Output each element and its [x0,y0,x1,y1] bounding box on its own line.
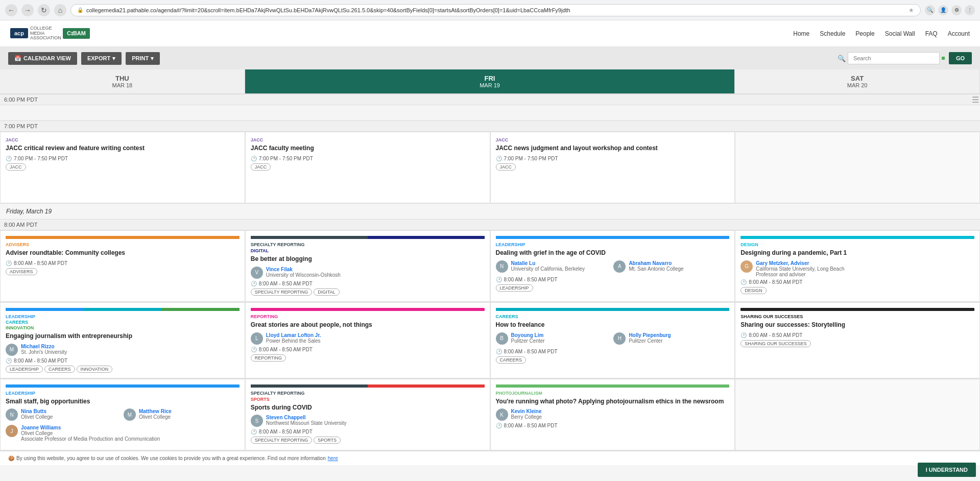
tag-jacc[interactable]: JACC [6,163,26,171]
session-designing-pandemic[interactable]: DESIGN Designing during a pandemic, Part… [735,230,980,302]
session-title: Be better at blogging [251,255,485,263]
speaker-name: Michael Rizzo [21,344,67,349]
speaker-avatar: H [613,332,626,345]
search-extension-icon: 🔍 [925,5,935,15]
tag-innovation[interactable]: INNOVATION [77,366,113,373]
speaker-name: Nina Butts [21,408,53,414]
speaker-org: St. John's University [21,349,67,355]
print-button[interactable]: PRINT ▾ [126,52,160,65]
session-time: 🕐 8:00 AM - 8:50 AM PDT [740,332,974,338]
scroll-icon[interactable]: ☰ [972,95,979,105]
tag-advisers[interactable]: ADVISERS [6,268,37,275]
chevron-down-icon: ▾ [151,55,154,62]
cookie-text: By using this website, you agree to our … [16,455,326,461]
nav-schedule[interactable]: Schedule [820,30,845,37]
speaker-avatar: G [740,260,753,273]
session-adviser-roundtable[interactable]: ADVISERS Adviser roundtable: Community c… [0,230,245,302]
session-time: 🕐 8:00 AM - 8:50 AM PDT [6,358,240,364]
nav-people[interactable]: People [855,30,874,37]
empty-slot [735,379,980,450]
forward-button[interactable]: → [21,4,34,16]
session-jacc-news-judgment[interactable]: JACC JACC news judgment and layout works… [490,132,735,203]
tag-sports[interactable]: SPORTS [314,437,341,444]
session-great-stories[interactable]: REPORTING Great stories are about people… [245,302,490,378]
speaker-name: Holly Piepenburg [629,332,671,338]
tag-jacc[interactable]: JACC [496,163,516,171]
clock-icon: 🕐 [6,358,12,364]
session-tags: SPECIALTY REPORTING DIGITAL [251,288,485,296]
category-bar-reporting [251,308,485,311]
menu-icon[interactable]: ⋮ [965,5,975,15]
session-be-better-blogging[interactable]: SPECIALTY REPORTING DIGITAL Be better at… [245,230,490,302]
tag-specialty[interactable]: SPECIALTY REPORTING [251,288,313,296]
tab-friday[interactable]: FRI MAR 19 [245,69,735,93]
session-tags: DESIGN [740,287,974,294]
session-jacc-faculty[interactable]: JACC JACC faculty meeting 🕐 7:00 PM - 7:… [245,132,490,203]
session-category-label: SHARING OUR SUCCESSES [740,314,974,319]
nav-account[interactable]: Account [948,30,970,37]
category-bar-specialty [251,384,368,388]
category-bar-sports [368,384,485,388]
clock-icon: 🕐 [251,281,257,286]
home-button[interactable]: ⌂ [54,4,66,16]
export-button[interactable]: EXPORT ▾ [81,52,122,65]
session-category-label: DESIGN [740,242,974,247]
search-input[interactable] [848,52,940,64]
nav-faq[interactable]: FAQ [925,30,938,37]
session-time: 🕐 8:00 AM - 8:50 AM PDT [496,423,730,428]
tag-specialty[interactable]: SPECIALTY REPORTING [251,437,313,444]
clock-icon: 🕐 [251,156,257,161]
tag-careers[interactable]: CAREERS [44,366,75,373]
session-small-staff[interactable]: LEADERSHIP Small staff, big opportunitie… [0,379,245,450]
session-speaker: M Michael Rizzo St. John's University [6,344,240,356]
browser-chrome: ← → ↻ ⌂ 🔒 collegemedia21.pathable.co/age… [0,0,980,20]
session-speaker: S Steven Chappell Northwest Missouri Sta… [251,415,485,427]
tag-digital[interactable]: DIGITAL [314,288,339,296]
session-category-label: ADVISERS [6,242,240,247]
session-dealing-grief[interactable]: LEADERSHIP Dealing with grief in the age… [490,230,735,302]
nav-social-wall[interactable]: Social Wall [885,30,915,37]
search-icon: 🔍 [838,55,846,62]
tag-jacc[interactable]: JACC [251,163,271,171]
chevron-down-icon: ▾ [112,55,115,62]
tag-sharing[interactable]: SHARING OUR SUCCESSES [740,340,811,347]
session-title: Great stories are about people, not thin… [251,321,485,329]
session-sharing-successes[interactable]: SHARING OUR SUCCESSES Sharing our succes… [735,302,980,378]
nav-home[interactable]: Home [793,30,809,37]
tab-thursday[interactable]: THU MAR 18 [0,69,245,93]
session-category-label-1: SPECIALTY REPORTING [251,242,485,247]
understand-button[interactable]: I UNDERSTAND [918,463,976,477]
session-time: 🕐 8:00 AM - 8:50 AM PDT [6,260,240,266]
tag-reporting[interactable]: REPORTING [251,354,286,362]
speaker-org: Northwest Missouri State University [266,420,347,426]
session-category-label-2: SPORTS [251,397,485,402]
session-category-label: LEADERSHIP [6,391,240,396]
go-button[interactable]: GO [949,52,972,64]
session-how-to-freelance[interactable]: CAREERS How to freelance B Boyoung Lim P… [490,302,735,378]
tag-design[interactable]: DESIGN [740,287,767,294]
speaker-avatar: N [6,408,18,421]
session-category-label: JACC [496,137,730,142]
session-title: JACC faculty meeting [251,145,485,153]
session-category-label: JACC [251,137,485,142]
calendar-view-button[interactable]: 📅 CALENDAR VIEW [8,52,77,65]
session-sports-covid[interactable]: SPECIALTY REPORTING SPORTS Sports during… [245,379,490,450]
session-photojournalism-ethics[interactable]: PHOTOJOURNALISM You're running what phot… [490,379,735,450]
category-bar-specialty [251,236,368,239]
cookie-link[interactable]: here [328,455,338,461]
back-button[interactable]: ← [5,4,17,16]
tag-careers[interactable]: CAREERS [496,356,527,364]
search-area: 🔍 [838,52,945,64]
category-bar-innovation [161,308,240,311]
tag-leadership[interactable]: LEADERSHIP [6,366,43,373]
tab-saturday[interactable]: SAT MAR 20 [735,69,980,93]
speaker-avatar: M [6,344,18,356]
refresh-button[interactable]: ↻ [38,4,50,16]
speaker-avatar: L [251,332,263,345]
session-engaging-journalism[interactable]: LEADERSHIP CAREERS INNOVATION Engaging j… [0,302,245,378]
tag-leadership[interactable]: LEADERSHIP [496,284,533,292]
session-jacc-critical[interactable]: JACC JACC critical review and feature wr… [0,132,245,203]
address-bar[interactable]: 🔒 collegemedia21.pathable.co/agenda#/?li… [70,4,921,16]
speaker-name: Gary Metzker, Adviser [756,260,844,266]
session-time: 🕐 7:00 PM - 7:50 PM PDT [6,156,240,161]
